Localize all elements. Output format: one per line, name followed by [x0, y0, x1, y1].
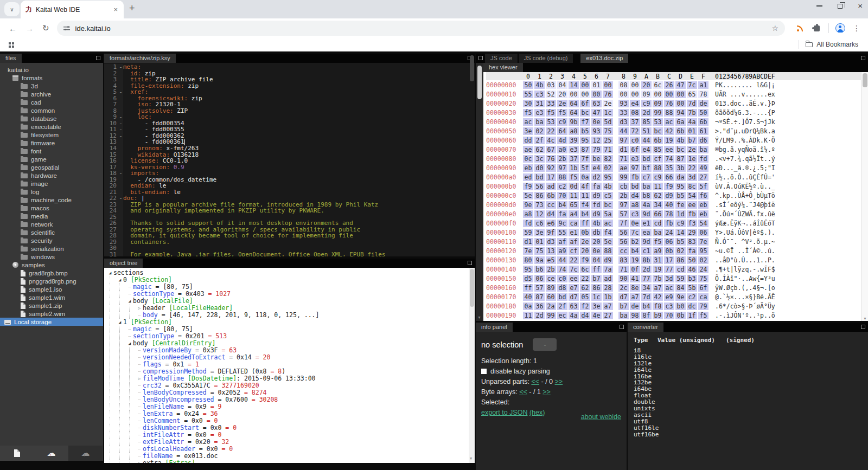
hex-byte[interactable]: dc	[687, 302, 697, 310]
unparsed-prev-link[interactable]: <<	[531, 378, 539, 385]
hex-byte[interactable]: 00	[675, 100, 686, 107]
object-tree-scroll-thumb[interactable]	[470, 269, 474, 307]
hex-byte[interactable]: cf	[653, 155, 663, 163]
tree-toggle-icon[interactable]: ◢	[126, 298, 133, 305]
about-webide-link[interactable]: about webide	[581, 413, 621, 421]
hex-byte[interactable]: c2	[687, 293, 697, 301]
hex-byte[interactable]: 6c	[580, 266, 590, 273]
hex-byte[interactable]: 97	[618, 201, 629, 209]
fold-marker-icon[interactable]: -	[118, 170, 123, 177]
hex-byte[interactable]: 33	[618, 109, 629, 117]
hex-byte[interactable]: 59	[523, 229, 533, 236]
file-tree-item[interactable]: scientific	[0, 228, 103, 236]
file-tree-item[interactable]: formats	[0, 74, 103, 82]
editor-line[interactable]: 29 containers.	[104, 239, 475, 246]
hex-maximize-icon[interactable]	[861, 56, 865, 60]
hex-byte[interactable]: 44	[618, 127, 629, 135]
hex-byte[interactable]: e1	[569, 229, 579, 236]
hex-byte[interactable]: fa	[557, 210, 567, 218]
hex-byte[interactable]: 9c	[557, 220, 567, 227]
disable-lazy-parsing-checkbox[interactable]	[481, 369, 487, 374]
all-bookmarks-button[interactable]: All Bookmarks	[816, 41, 858, 48]
hex-byte[interactable]: c0	[557, 275, 567, 282]
hex-byte[interactable]: 33	[546, 100, 556, 107]
hex-byte[interactable]: 34	[641, 284, 652, 292]
hex-byte[interactable]: 0a	[580, 173, 590, 181]
hex-byte[interactable]: d6	[698, 137, 709, 144]
hex-byte[interactable]: 56	[618, 238, 629, 246]
hex-byte[interactable]: ad	[546, 183, 556, 190]
hex-byte[interactable]: 56	[618, 229, 629, 236]
hex-byte[interactable]: f2	[580, 302, 590, 310]
hex-byte[interactable]: bc	[675, 146, 686, 153]
hex-byte[interactable]: 41	[630, 275, 640, 282]
hex-byte[interactable]: 88	[603, 247, 613, 255]
hex-byte[interactable]: fa	[591, 183, 602, 190]
file-tree-item[interactable]: executable	[0, 123, 103, 131]
hex-byte[interactable]: 2b	[618, 192, 629, 199]
hex-byte[interactable]: d2	[591, 173, 602, 181]
hex-byte[interactable]: 64	[557, 127, 567, 135]
hex-byte[interactable]: 2a	[546, 302, 556, 310]
hex-byte[interactable]: 92	[546, 164, 556, 172]
hex-byte[interactable]: 65	[687, 91, 697, 98]
hex-byte[interactable]: 62	[580, 284, 590, 292]
file-tree-item[interactable]: machine_code	[0, 196, 103, 204]
hex-byte[interactable]: c3	[664, 302, 674, 310]
new-tab-button[interactable]: +	[129, 3, 135, 14]
hex-ascii[interactable]: ùV.Â.OúKË½º.ù.._	[715, 183, 775, 190]
hex-byte[interactable]: 53	[546, 118, 556, 126]
hex-byte[interactable]: cd	[653, 220, 663, 227]
hex-byte[interactable]: 62	[534, 146, 545, 153]
hex-byte[interactable]: ee	[687, 201, 697, 209]
hex-byte[interactable]: d7	[569, 293, 579, 301]
hex-byte[interactable]: 3e	[591, 302, 602, 310]
hex-byte[interactable]: 75	[698, 275, 709, 282]
hex-byte[interactable]: fa	[687, 247, 697, 255]
hex-byte[interactable]: 7e	[698, 238, 709, 246]
hex-byte[interactable]: fd	[591, 201, 602, 209]
hex-byte[interactable]: 2d	[534, 312, 545, 319]
hex-byte[interactable]: fb	[687, 210, 697, 218]
hex-byte[interactable]: 1c	[603, 109, 613, 117]
hex-byte[interactable]: 89	[546, 284, 556, 292]
hex-byte[interactable]: 02	[534, 127, 545, 135]
hex-byte[interactable]: da	[675, 173, 686, 181]
hex-byte[interactable]: 55	[557, 229, 567, 236]
hex-byte[interactable]: 04	[591, 256, 602, 264]
object-tree-scrollbar[interactable]: ▼	[469, 268, 475, 463]
hex-byte[interactable]: 49	[698, 164, 709, 172]
hex-byte[interactable]: 0c	[523, 155, 533, 163]
hex-byte[interactable]: bd	[641, 155, 652, 163]
hex-left-scroll-thumb[interactable]	[477, 66, 482, 99]
hex-byte[interactable]: 22	[580, 275, 590, 282]
hex-byte[interactable]: 7a	[603, 266, 613, 273]
hex-byte[interactable]: 3e	[534, 229, 545, 236]
hex-byte[interactable]: 99	[546, 312, 556, 319]
hex-byte[interactable]: a9	[557, 247, 567, 255]
hex-byte[interactable]: 74	[557, 266, 567, 273]
hex-byte[interactable]: 70	[557, 192, 567, 199]
hex-byte[interactable]: ae	[618, 164, 629, 172]
hex-byte[interactable]: 2e	[580, 238, 590, 246]
extensions-icon[interactable]	[814, 25, 820, 31]
file-tree-item[interactable]: cad	[0, 98, 103, 106]
hex-byte[interactable]: 22	[687, 164, 697, 172]
hex-byte[interactable]: e9	[664, 293, 674, 301]
hex-byte[interactable]: 8f	[641, 312, 652, 319]
hex-byte[interactable]: 37	[630, 118, 640, 126]
hex-byte[interactable]: 7e	[523, 247, 533, 255]
hex-byte[interactable]: b4	[557, 201, 567, 209]
hex-byte[interactable]: e7	[569, 284, 579, 292]
hex-byte[interactable]: 46	[687, 266, 697, 273]
hex-byte[interactable]: 7c	[569, 266, 579, 273]
hex-byte[interactable]: cb	[618, 183, 629, 190]
editor-line[interactable]: 4 file-extension: zip	[104, 83, 475, 89]
hex-byte[interactable]: d4	[580, 312, 590, 319]
hex-byte[interactable]: 72	[630, 127, 640, 135]
tree-toggle-icon[interactable]: ◢	[117, 276, 123, 284]
hex-byte[interactable]: 1c	[591, 293, 602, 301]
hex-byte[interactable]: 77	[641, 275, 652, 282]
file-tree-item[interactable]: kaitai.io	[0, 66, 103, 74]
hex-byte[interactable]: 4a	[641, 201, 652, 209]
